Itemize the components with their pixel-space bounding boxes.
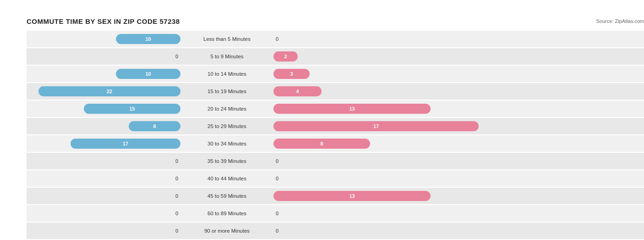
row-label: 20 to 24 Minutes [182, 106, 272, 112]
male-bar: 10 [116, 34, 180, 44]
row-label: 10 to 14 Minutes [182, 71, 272, 77]
female-bar: 13 [273, 191, 431, 201]
chart-container: 10Less than 5 Minutes005 to 9 Minutes210… [27, 31, 644, 239]
female-value: 0 [273, 211, 278, 216]
chart-row: 1520 to 24 Minutes13 [27, 100, 644, 117]
female-bar: 2 [273, 51, 298, 61]
female-value: 0 [273, 228, 278, 234]
chart-row: 045 to 59 Minutes13 [27, 188, 644, 204]
row-label: 40 to 44 Minutes [182, 176, 272, 181]
male-bar: 10 [116, 69, 180, 79]
male-value: 0 [175, 193, 180, 199]
chart-row: 825 to 29 Minutes17 [27, 118, 644, 134]
female-value: 0 [273, 36, 278, 42]
female-bar: 3 [273, 69, 310, 79]
chart-row: 10Less than 5 Minutes0 [27, 31, 644, 47]
chart-row: 2215 to 19 Minutes4 [27, 83, 644, 100]
male-value: 0 [175, 228, 180, 234]
row-label: 25 to 29 Minutes [182, 123, 272, 129]
source-label: Source: ZipAtlas.com [596, 18, 644, 24]
male-value: 0 [175, 176, 180, 181]
male-value: 0 [175, 54, 180, 59]
chart-row: 090 or more Minutes0 [27, 223, 644, 239]
female-bar: 13 [273, 104, 431, 114]
male-value: 0 [175, 158, 180, 164]
male-bar: 17 [71, 139, 180, 149]
row-label: 30 to 34 Minutes [182, 141, 272, 146]
chart-row: 1730 to 34 Minutes8 [27, 135, 644, 152]
row-label: 45 to 59 Minutes [182, 193, 272, 199]
row-label: 5 to 9 Minutes [182, 54, 272, 59]
chart-title: COMMUTE TIME BY SEX IN ZIP CODE 57238 [27, 17, 644, 25]
female-bar: 8 [273, 139, 370, 149]
female-bar: 17 [273, 121, 479, 131]
row-label: Less than 5 Minutes [182, 36, 272, 42]
chart-row: 1010 to 14 Minutes3 [27, 66, 644, 82]
female-value: 0 [273, 158, 278, 164]
row-label: 60 to 89 Minutes [182, 211, 272, 216]
male-value: 0 [175, 211, 180, 216]
female-value: 0 [273, 176, 278, 181]
male-bar: 15 [84, 104, 180, 114]
row-label: 35 to 39 Minutes [182, 158, 272, 164]
row-label: 90 or more Minutes [182, 228, 272, 234]
chart-row: 035 to 39 Minutes0 [27, 153, 644, 169]
male-bar: 22 [38, 86, 180, 96]
male-bar: 8 [129, 121, 180, 131]
chart-row: 060 to 89 Minutes0 [27, 205, 644, 222]
chart-row: 040 to 44 Minutes0 [27, 170, 644, 187]
female-bar: 4 [273, 86, 322, 96]
chart-row: 05 to 9 Minutes2 [27, 48, 644, 65]
row-label: 15 to 19 Minutes [182, 89, 272, 94]
